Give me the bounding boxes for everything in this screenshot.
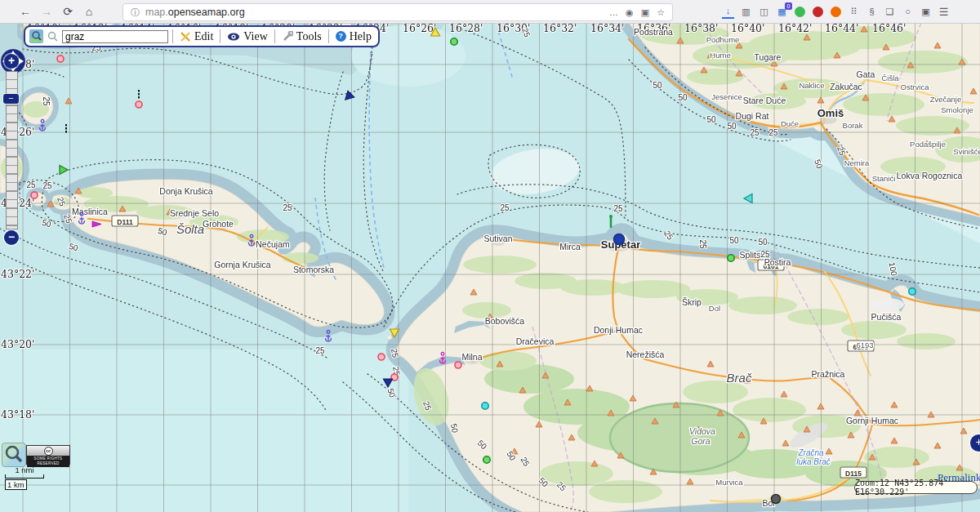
sig-icon[interactable]: §	[866, 6, 878, 18]
toolbar-divider	[274, 29, 275, 43]
forward-icon[interactable]: →	[36, 5, 57, 18]
place-label: Nečujam	[256, 239, 290, 249]
green-dot-icon	[795, 7, 805, 17]
cc-license-badge[interactable]: cc SOME RIGHTS RESERVED	[26, 445, 70, 465]
depth-label: 25	[283, 203, 292, 212]
place-label: Pražnica	[812, 369, 845, 379]
depth-label: 25	[500, 203, 510, 212]
place-label: Podhume	[706, 35, 740, 44]
menu-view[interactable]: View	[225, 30, 270, 43]
place-label: Naklice	[799, 81, 824, 90]
place-label: Tugare	[755, 52, 782, 62]
openseamap-toolbar: Edit View Tools ? Help	[24, 25, 380, 47]
site-info-icon[interactable]: ⓘ	[131, 7, 140, 19]
status-coordinates: Zoom:12 N43°25.874' E16°30.229'	[854, 481, 978, 494]
openseamap-watermark-logo	[2, 443, 26, 467]
depth-label: 50	[727, 122, 737, 131]
zoom-slider-handle[interactable]: −	[3, 94, 19, 104]
place-label: Dol	[709, 304, 720, 313]
zoom-in-button[interactable]: +	[4, 54, 19, 69]
menu-edit[interactable]: Edit	[177, 30, 216, 43]
orange-dot-icon	[831, 7, 841, 17]
bell-icon[interactable]: ○	[902, 6, 914, 18]
help-question-icon: ?	[336, 31, 346, 42]
seamark-light-icon[interactable]	[31, 192, 38, 198]
place-label: Gata	[857, 69, 875, 79]
place-label: Dračevica	[516, 336, 555, 346]
back-icon[interactable]: ←	[15, 5, 36, 18]
sidebar-icon[interactable]: ◫	[758, 6, 770, 18]
place-label: Donja Krušica	[159, 186, 213, 196]
grid-label-lon: 16°38'	[684, 23, 719, 34]
home-icon[interactable]: ⌂	[78, 5, 100, 18]
map-svg[interactable]: 16°10'16°12'16°14'16°16'16°18'16°20'16°2…	[0, 23, 980, 512]
toolbar-divider	[220, 29, 220, 43]
bookmark-star-icon[interactable]: ☆	[657, 7, 665, 18]
place-label: Brač	[727, 371, 752, 385]
menu-help-label: Help	[350, 30, 372, 43]
depth-label: 25	[698, 239, 707, 249]
place-label: Vidova	[689, 426, 715, 436]
place-label: Podstrana	[634, 27, 673, 37]
cc-icon: cc	[44, 447, 53, 456]
url-bar[interactable]: ⓘ map.openseamap.org … ◉ ▣ ☆	[122, 3, 673, 21]
grid-label-lon: 16°26'	[403, 23, 437, 34]
grid-label-lat: 43°22'	[1, 268, 35, 280]
grid-label-lon: 16°42'	[778, 23, 813, 34]
addon-green-icon[interactable]	[794, 6, 806, 18]
map-canvas[interactable]: 16°10'16°12'16°14'16°16'16°18'16°20'16°2…	[0, 23, 980, 512]
menu-view-label: View	[243, 30, 267, 43]
place-label: Ostrvica	[901, 82, 930, 91]
library-icon[interactable]: ▥	[740, 6, 752, 18]
zoom-out-button[interactable]: −	[4, 230, 19, 245]
place-label: Stare Duće	[743, 96, 786, 105]
place-label: Dugi Rat	[736, 111, 769, 121]
sea-sw	[0, 349, 408, 512]
downloads-icon[interactable]: ↓	[722, 5, 734, 19]
seamark-light-icon[interactable]	[378, 354, 385, 360]
search-input[interactable]	[62, 30, 168, 43]
seamark-green-buoy-icon[interactable]	[451, 38, 457, 45]
screenshot-icon[interactable]: ▣	[641, 7, 649, 18]
page-actions-icon[interactable]: …	[609, 7, 618, 17]
islet-mrduja	[387, 335, 392, 340]
toolbar-divider	[172, 29, 173, 43]
depth-label: 25	[42, 181, 52, 190]
place-label: Duće	[781, 119, 799, 128]
place-label: Lokva Rogoznica	[897, 171, 963, 180]
scale-nmi-label: 1 nmi	[5, 465, 44, 474]
seamark-green-buoy-icon[interactable]	[483, 456, 490, 463]
seamark-cyan-buoy-icon[interactable]	[909, 288, 915, 295]
grid-label-lon: 16°34'	[590, 23, 625, 34]
grid-label-lon: 16°40'	[731, 23, 765, 34]
menu-edit-label: Edit	[194, 30, 213, 43]
seamark-light-icon[interactable]	[57, 56, 64, 62]
wrench-icon	[282, 31, 293, 42]
place-label: Donji Humac	[594, 325, 643, 335]
addon-red-icon[interactable]	[812, 6, 824, 18]
seamark-harbour-dot-icon[interactable]	[614, 234, 625, 245]
addon-orange-icon[interactable]	[830, 6, 842, 18]
menu-hamburger-icon[interactable]: ☰	[938, 6, 950, 18]
depth-label: 50	[678, 93, 688, 102]
seamark-light-icon[interactable]	[455, 362, 461, 368]
openseamap-logo-icon[interactable]	[29, 29, 43, 43]
pocket-book-icon[interactable]: ❏	[884, 6, 896, 18]
depth-label: 50	[706, 115, 716, 124]
seamark-light-icon[interactable]	[136, 101, 142, 108]
depth-label: 25	[760, 250, 770, 259]
seamark-dark-dot-icon[interactable]	[772, 495, 781, 504]
tracking-shield-icon[interactable]: ◉	[626, 7, 634, 18]
reload-icon[interactable]: ⟳	[57, 5, 78, 18]
frame2-icon[interactable]: ▣	[920, 6, 932, 18]
road-badge-label: D115	[845, 470, 862, 478]
menu-tools[interactable]: Tools	[279, 30, 324, 43]
seamark-cyan-buoy-icon[interactable]	[482, 403, 488, 409]
place-label: Sutivan	[483, 234, 512, 243]
grid-icon[interactable]: ⠿	[848, 6, 860, 18]
depth-label: 25	[613, 204, 623, 213]
place-label: Šolta	[176, 222, 204, 236]
menu-help[interactable]: ? Help	[333, 30, 374, 43]
extension-icon[interactable]: ▦ 0	[776, 6, 788, 18]
seamark-green-buoy-icon[interactable]	[728, 255, 734, 261]
